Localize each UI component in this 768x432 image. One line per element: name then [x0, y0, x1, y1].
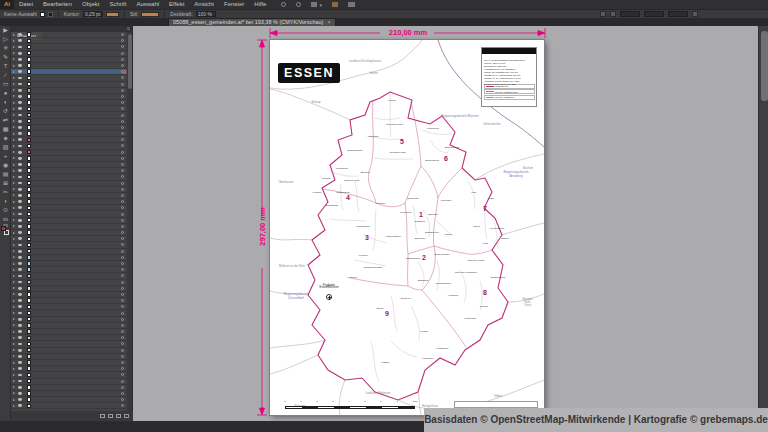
layer-target-icon[interactable]: [121, 281, 124, 284]
visibility-eye-icon[interactable]: [18, 95, 22, 98]
tool-icon[interactable]: ▶: [0, 26, 11, 35]
visibility-eye-icon[interactable]: [18, 343, 22, 346]
visibility-eye-icon[interactable]: [18, 324, 22, 327]
delete-layer-icon[interactable]: [124, 414, 129, 418]
visibility-eye-icon[interactable]: [18, 138, 22, 141]
vertical-scrollbar[interactable]: [758, 26, 768, 421]
expand-arrow-icon[interactable]: [13, 355, 15, 357]
expand-arrow-icon[interactable]: [13, 65, 15, 67]
visibility-eye-icon[interactable]: [18, 157, 22, 160]
expand-arrow-icon[interactable]: [13, 374, 15, 376]
layer-target-icon[interactable]: [121, 225, 124, 228]
layer-target-icon[interactable]: [121, 70, 124, 73]
layer-target-icon[interactable]: [121, 287, 124, 290]
layer-target-icon[interactable]: [121, 312, 124, 315]
layer-target-icon[interactable]: [121, 299, 124, 302]
visibility-eye-icon[interactable]: [18, 293, 22, 296]
document-tab[interactable]: 05088_essen_gemeinden.ai* bei 193,38 % (…: [168, 18, 336, 26]
new-sublayer-icon[interactable]: [108, 414, 113, 418]
expand-arrow-icon[interactable]: [13, 232, 15, 234]
layer-target-icon[interactable]: [121, 182, 124, 185]
draw-mode-icon[interactable]: [3, 218, 8, 221]
tool-icon[interactable]: T: [0, 62, 11, 71]
layer-target-icon[interactable]: [121, 83, 124, 86]
tool-icon[interactable]: ◖: [0, 197, 11, 206]
expand-arrow-icon[interactable]: [13, 312, 15, 314]
menu-item[interactable]: Auswahl: [131, 0, 164, 9]
expand-arrow-icon[interactable]: [13, 108, 15, 110]
expand-arrow-icon[interactable]: [13, 182, 15, 184]
visibility-eye-icon[interactable]: [18, 33, 22, 36]
visibility-eye-icon[interactable]: [18, 83, 22, 86]
visibility-eye-icon[interactable]: [18, 281, 22, 284]
layer-target-icon[interactable]: [121, 380, 124, 383]
visibility-eye-icon[interactable]: [18, 367, 22, 370]
layer-target-icon[interactable]: [121, 342, 124, 345]
menu-item[interactable]: Ansicht: [189, 0, 219, 9]
fill-color-swatch[interactable]: [1, 226, 6, 231]
brush-preview[interactable]: [106, 12, 119, 17]
expand-arrow-icon[interactable]: [13, 71, 15, 73]
x-field[interactable]: [620, 11, 640, 17]
width-field[interactable]: [668, 11, 688, 17]
visibility-eye-icon[interactable]: [18, 312, 22, 315]
stroke-width-field[interactable]: 0,25 pt: [83, 11, 103, 17]
tool-icon[interactable]: ✎: [0, 53, 11, 62]
visibility-eye-icon[interactable]: [18, 250, 22, 253]
expand-arrow-icon[interactable]: [13, 201, 15, 203]
visibility-eye-icon[interactable]: [18, 188, 22, 191]
expand-arrow-icon[interactable]: [13, 250, 15, 252]
distribute-icon[interactable]: [610, 11, 616, 17]
visibility-eye-icon[interactable]: [18, 194, 22, 197]
tool-icon[interactable]: ▨: [0, 143, 11, 152]
app-logo[interactable]: Ai: [0, 0, 14, 9]
layer-target-icon[interactable]: [121, 268, 124, 271]
visibility-eye-icon[interactable]: [18, 64, 22, 67]
visibility-eye-icon[interactable]: [18, 374, 22, 377]
visibility-eye-icon[interactable]: [18, 89, 22, 92]
visibility-eye-icon[interactable]: [18, 349, 22, 352]
expand-arrow-icon[interactable]: [13, 207, 15, 209]
layer-target-icon[interactable]: [121, 120, 124, 123]
expand-arrow-icon[interactable]: [13, 368, 15, 370]
layer-target-icon[interactable]: [121, 206, 124, 209]
new-layer-icon[interactable]: [116, 414, 121, 418]
expand-arrow-icon[interactable]: [13, 139, 15, 141]
sync-icon[interactable]: [281, 2, 286, 7]
expand-arrow-icon[interactable]: [13, 386, 15, 388]
expand-arrow-icon[interactable]: [13, 77, 15, 79]
menu-item[interactable]: Effekt: [164, 0, 189, 9]
visibility-eye-icon[interactable]: [18, 268, 22, 271]
expand-arrow-icon[interactable]: [13, 151, 15, 153]
tool-icon[interactable]: ▷: [0, 35, 11, 44]
tool-icon[interactable]: ↺: [0, 107, 11, 116]
expand-arrow-icon[interactable]: [13, 176, 15, 178]
visibility-eye-icon[interactable]: [18, 299, 22, 302]
expand-arrow-icon[interactable]: [13, 349, 15, 351]
layers-scrollbar[interactable]: [127, 32, 132, 411]
expand-arrow-icon[interactable]: [13, 58, 15, 60]
layer-target-icon[interactable]: [121, 305, 124, 308]
expand-arrow-icon[interactable]: [13, 287, 15, 289]
visibility-eye-icon[interactable]: [18, 386, 22, 389]
visibility-eye-icon[interactable]: [18, 200, 22, 203]
y-field[interactable]: [644, 11, 664, 17]
layer-target-icon[interactable]: [121, 213, 124, 216]
expand-arrow-icon[interactable]: [13, 238, 15, 240]
expand-arrow-icon[interactable]: [13, 213, 15, 215]
visibility-eye-icon[interactable]: [18, 70, 22, 73]
tool-icon[interactable]: ✂: [0, 188, 11, 197]
expand-arrow-icon[interactable]: [13, 164, 15, 166]
expand-arrow-icon[interactable]: [13, 126, 15, 128]
expand-arrow-icon[interactable]: [13, 362, 15, 364]
layer-target-icon[interactable]: [121, 237, 124, 240]
visibility-eye-icon[interactable]: [18, 318, 22, 321]
layer-target-icon[interactable]: [121, 157, 124, 160]
tool-icon[interactable]: +: [0, 152, 11, 161]
expand-arrow-icon[interactable]: [13, 293, 15, 295]
layer-row[interactable]: Hintergrund: [11, 403, 127, 409]
tool-icon[interactable]: ●: [0, 89, 11, 98]
layer-target-icon[interactable]: [121, 361, 124, 364]
layer-target-icon[interactable]: [121, 89, 124, 92]
layer-target-icon[interactable]: [121, 349, 124, 352]
